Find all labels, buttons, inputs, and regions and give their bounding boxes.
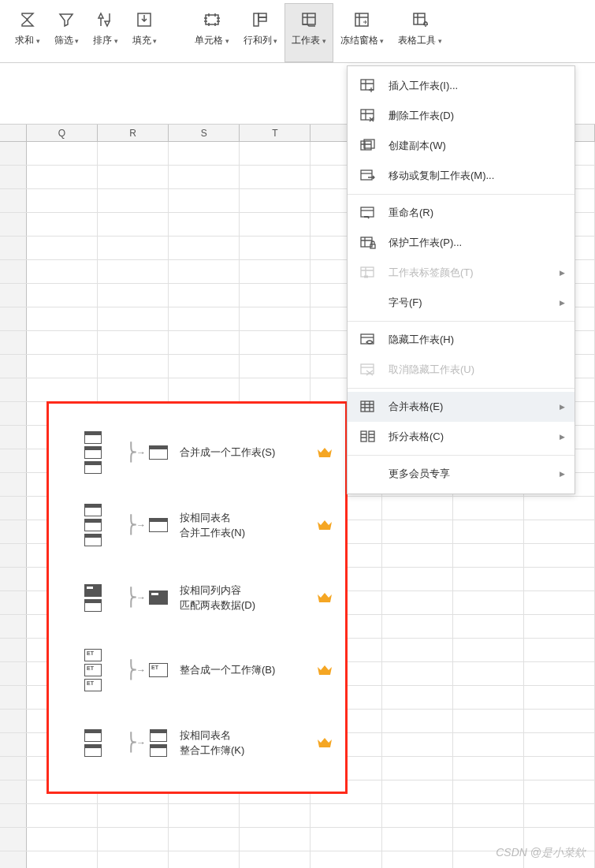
cell[interactable]: [382, 497, 453, 520]
cell[interactable]: [524, 662, 595, 685]
cell[interactable]: [311, 828, 381, 851]
menu-merge-tables[interactable]: 合并表格(E) ▶: [348, 392, 575, 422]
row-header[interactable]: [0, 733, 27, 756]
cell[interactable]: [382, 544, 453, 567]
submenu-merge-one-sheet[interactable]: ⎬ → 合并成一个工作表(S): [57, 416, 337, 489]
menu-rename-sheet[interactable]: 重命名(R): [348, 198, 575, 228]
menu-delete-sheet[interactable]: 删除工作表(D): [348, 101, 575, 131]
menu-move-sheet[interactable]: 移动或复制工作表(M)...: [348, 161, 575, 191]
row-header[interactable]: [0, 378, 27, 401]
cell[interactable]: [524, 780, 595, 803]
submenu-merge-by-name[interactable]: ⎬ → 按相同表名合并工作表(N): [57, 489, 337, 561]
row-header[interactable]: [0, 473, 27, 496]
cell[interactable]: [524, 804, 595, 827]
cell[interactable]: [27, 307, 98, 330]
corner-cell[interactable]: [0, 125, 27, 141]
row-header[interactable]: [0, 757, 27, 780]
cell[interactable]: [524, 497, 595, 520]
cell[interactable]: [453, 497, 524, 520]
cell[interactable]: [98, 851, 169, 868]
cell[interactable]: [524, 544, 595, 567]
cell[interactable]: [27, 851, 98, 868]
ribbon-tools[interactable]: 表格工具: [391, 3, 449, 62]
cell[interactable]: [27, 804, 98, 827]
row-header[interactable]: [0, 260, 27, 283]
cell[interactable]: [98, 331, 169, 354]
ribbon-sum[interactable]: 求和: [8, 3, 47, 62]
ribbon-rowcol[interactable]: 行和列: [236, 3, 285, 62]
cell[interactable]: [27, 378, 98, 401]
row-header[interactable]: [0, 142, 27, 165]
cell[interactable]: [240, 378, 311, 401]
cell[interactable]: [98, 828, 169, 851]
row-header[interactable]: [0, 662, 27, 685]
row-header[interactable]: [0, 804, 27, 827]
ribbon-freeze[interactable]: 冻结窗格: [333, 3, 392, 62]
row-header[interactable]: [0, 828, 27, 851]
cell[interactable]: [240, 284, 311, 307]
cell[interactable]: [169, 851, 240, 868]
ribbon-cell[interactable]: 单元格: [188, 3, 236, 62]
cell[interactable]: [382, 591, 453, 614]
cell[interactable]: [240, 331, 311, 354]
cell[interactable]: [524, 733, 595, 756]
row-header[interactable]: [0, 355, 27, 378]
row-header[interactable]: [0, 331, 27, 354]
cell[interactable]: [453, 710, 524, 732]
row-header[interactable]: [0, 166, 27, 188]
col-header[interactable]: S: [169, 125, 240, 141]
cell[interactable]: [382, 828, 453, 851]
cell[interactable]: [27, 828, 98, 851]
cell[interactable]: [169, 189, 240, 212]
row-header[interactable]: [0, 520, 27, 543]
cell[interactable]: [27, 166, 98, 188]
cell[interactable]: [453, 662, 524, 685]
menu-more-vip[interactable]: 更多会员专享 ▶: [348, 459, 575, 489]
cell[interactable]: [98, 355, 169, 378]
col-header[interactable]: Q: [27, 125, 98, 141]
cell[interactable]: [98, 213, 169, 236]
row-header[interactable]: [0, 213, 27, 236]
submenu-merge-workbook[interactable]: ⎬ → 整合成一个工作簿(B): [57, 634, 337, 706]
cell[interactable]: [382, 733, 453, 756]
row-header[interactable]: [0, 497, 27, 520]
cell[interactable]: [169, 307, 240, 330]
row-header[interactable]: [0, 284, 27, 307]
cell[interactable]: [382, 568, 453, 590]
submenu-match-columns[interactable]: ⎬ → 按相同列内容匹配两表数据(D): [57, 561, 337, 634]
cell[interactable]: [240, 851, 311, 868]
cell[interactable]: [169, 284, 240, 307]
cell[interactable]: [98, 307, 169, 330]
cell[interactable]: [524, 520, 595, 543]
col-header[interactable]: T: [240, 125, 311, 141]
cell[interactable]: [382, 639, 453, 661]
menu-fontsize[interactable]: 字号(F) ▶: [348, 288, 575, 318]
cell[interactable]: [27, 355, 98, 378]
cell[interactable]: [453, 686, 524, 709]
cell[interactable]: [98, 804, 169, 827]
cell[interactable]: [453, 780, 524, 803]
cell[interactable]: [453, 544, 524, 567]
cell[interactable]: [240, 213, 311, 236]
row-header[interactable]: [0, 591, 27, 614]
cell[interactable]: [98, 237, 169, 259]
cell[interactable]: [524, 757, 595, 780]
cell[interactable]: [169, 331, 240, 354]
cell[interactable]: [240, 166, 311, 188]
cell[interactable]: [311, 851, 381, 868]
row-header[interactable]: [0, 402, 27, 425]
cell[interactable]: [382, 686, 453, 709]
row-header[interactable]: [0, 615, 27, 638]
cell[interactable]: [311, 804, 381, 827]
cell[interactable]: [240, 237, 311, 259]
cell[interactable]: [453, 520, 524, 543]
cell[interactable]: [240, 142, 311, 165]
cell[interactable]: [98, 189, 169, 212]
row-header[interactable]: [0, 544, 27, 567]
cell[interactable]: [169, 828, 240, 851]
cell[interactable]: [453, 615, 524, 638]
ribbon-sort[interactable]: 排序: [86, 3, 125, 62]
cell[interactable]: [27, 284, 98, 307]
cell[interactable]: [98, 284, 169, 307]
cell[interactable]: [524, 615, 595, 638]
